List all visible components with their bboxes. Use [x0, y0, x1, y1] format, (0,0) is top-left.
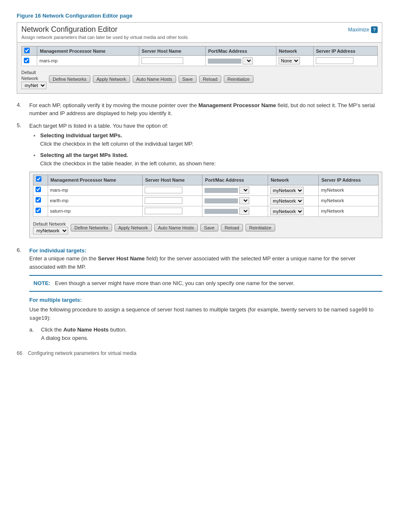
row2-server-host-3 — [142, 206, 202, 216]
step-5-body: Each target MP is listed in a table. You… — [29, 122, 382, 242]
code-sage00: sage00 — [349, 307, 367, 313]
step-6-num: 6. — [17, 247, 29, 342]
col-header-mp-name: Management Processor Name — [37, 46, 139, 56]
page-number: 66 — [17, 350, 22, 356]
network-select-2[interactable]: myNetwork — [270, 197, 304, 205]
port-mac-bar-3 — [205, 209, 238, 214]
server-host-input-3[interactable] — [145, 208, 182, 214]
row2-checkbox-cell-2 — [33, 195, 48, 206]
row2-port-mac-2 — [202, 195, 268, 206]
row2-network-3: myNetwork — [268, 206, 319, 216]
server-host-input-2[interactable] — [145, 197, 182, 204]
bullet-dot-1: • — [33, 132, 40, 140]
define-networks-button-2[interactable]: Define Networks — [71, 224, 112, 231]
step-5: 5. Each target MP is listed in a table. … — [17, 122, 382, 242]
substep-a-label: a. — [29, 326, 41, 342]
nce-body-1: Management Processor Name Server Host Na… — [17, 43, 382, 93]
save-button-2[interactable]: Save — [200, 224, 218, 231]
step-4: 4. For each MP, optionally verify it by … — [17, 101, 382, 118]
save-button[interactable]: Save — [179, 75, 197, 83]
col-header-port-mac: Port/Mac Address — [205, 46, 276, 56]
server-ip-input[interactable] — [316, 57, 353, 64]
server-host-input[interactable] — [141, 57, 183, 64]
substep-a-body: Click the Auto Name Hosts button. A dial… — [41, 326, 382, 342]
auto-name-hosts-button-2[interactable]: Auto Name Hosts — [154, 224, 198, 231]
page-footer-text: Configuring network parameters for virtu… — [28, 350, 136, 356]
table-row-earth: earth-mp myNetwork myNetwork — [33, 195, 379, 206]
network-select-1[interactable]: myNetwork — [270, 187, 304, 194]
row2-server-ip-3: myNetwork — [319, 206, 379, 216]
server-host-input-1[interactable] — [145, 187, 182, 193]
nce-table-1: Management Processor Name Server Host Na… — [21, 46, 378, 66]
default-network-label: DefaultNetwork myNet — [21, 69, 46, 89]
row2-port-mac-1 — [202, 185, 268, 195]
bullet-2-content: Selecting all the target MPs listed. Cli… — [40, 151, 216, 167]
code-sage19: sage19 — [29, 316, 47, 321]
port-mac-select[interactable] — [243, 57, 253, 64]
maximize-button[interactable]: Maximize — [348, 27, 369, 33]
header-checkbox[interactable] — [24, 48, 30, 53]
bullet-1: • Selecting individual target MPs. Click… — [33, 131, 382, 148]
col2-header-network: Network — [268, 175, 319, 185]
col2-header-server-host: Server Host Name — [142, 175, 202, 185]
row-checkbox-cell — [22, 56, 37, 66]
port-mac-select-3[interactable] — [239, 208, 249, 215]
step-4-num: 4. — [17, 101, 29, 118]
row-server-ip — [313, 56, 377, 66]
reload-button[interactable]: Reload — [199, 75, 221, 83]
nce-table-2: Management Processor Name Server Host Na… — [33, 175, 379, 217]
nce-title-1: Network Configuration Editor — [21, 25, 118, 34]
note-label: NOTE: — [33, 280, 50, 286]
figure-title: Figure 16 Network Configuration Editor p… — [17, 13, 382, 19]
step-5-bullets: • Selecting individual target MPs. Click… — [33, 131, 382, 167]
page-footer: 66 Configuring network parameters for vi… — [17, 350, 382, 356]
row-server-host — [139, 56, 205, 66]
define-networks-button[interactable]: Define Networks — [49, 75, 90, 83]
row2-mp-name-2: earth-mp — [48, 195, 142, 206]
step-6-body: For individual targets: Enter a unique n… — [29, 247, 382, 342]
port-mac-bar-2 — [205, 198, 238, 203]
row2-checkbox-2[interactable] — [36, 197, 41, 203]
col-header-checkbox — [22, 46, 37, 56]
row2-checkbox-3[interactable] — [36, 208, 41, 213]
for-multiple-text: Use the following procedure to assign a … — [29, 306, 382, 322]
reinitialize-button-2[interactable]: Reinitialize — [246, 224, 275, 231]
table-row: mars-mp None — [22, 56, 378, 66]
auto-name-hosts-button[interactable]: Auto Name Hosts — [133, 75, 176, 83]
col2-header-checkbox — [33, 175, 48, 185]
step-5-num: 5. — [17, 122, 29, 242]
row2-checkbox-cell-3 — [33, 206, 48, 216]
table-row-saturn: saturn-mp myNetwork myNetwork — [33, 206, 379, 216]
nce-subtitle-1: Assign network parameters that can later… — [17, 35, 382, 43]
default-network-select-2[interactable]: myNetwork — [33, 227, 68, 234]
nce-footer-1: DefaultNetwork myNet Define Networks App… — [21, 68, 378, 90]
default-network-label-2: Default Network myNetwork — [33, 221, 68, 234]
row-checkbox[interactable] — [24, 58, 29, 63]
bullet-2: • Selecting all the target MPs listed. C… — [33, 151, 382, 167]
apply-network-button-2[interactable]: Apply Network — [115, 224, 152, 231]
nce-footer-2: Default Network myNetwork Define Network… — [33, 219, 379, 235]
step-4-body: For each MP, optionally verify it by mov… — [29, 101, 382, 118]
reload-button-2[interactable]: Reload — [221, 224, 243, 231]
network-select[interactable]: None — [279, 57, 300, 64]
row-mp-name: mars-mp — [37, 56, 139, 66]
row2-checkbox-1[interactable] — [36, 187, 41, 192]
step-6-heading: For individual targets: — [29, 247, 87, 254]
port-mac-select-1[interactable] — [239, 187, 249, 194]
header-checkbox-2[interactable] — [36, 176, 41, 182]
note-box: NOTE: Even though a server might have mo… — [29, 275, 382, 292]
step-6: 6. For individual targets: Enter a uniqu… — [17, 247, 382, 342]
apply-network-button[interactable]: Apply Network — [93, 75, 130, 83]
col2-header-port-mac: Port/Mac Address — [202, 175, 268, 185]
col-header-server-host: Server Host Name — [139, 46, 205, 56]
network-select-3[interactable]: myNetwork — [270, 208, 304, 215]
default-network-select[interactable]: myNet — [21, 82, 46, 89]
bullet-dot-2: • — [33, 152, 40, 160]
help-button[interactable]: ? — [371, 26, 378, 33]
port-mac-bar-1 — [205, 188, 238, 193]
port-mac-select-2[interactable] — [239, 197, 249, 204]
reinitialize-button[interactable]: Reinitialize — [224, 75, 253, 83]
row2-network-1: myNetwork — [268, 185, 319, 195]
row2-server-ip-1: myNetwork — [319, 185, 379, 195]
row2-server-host-1 — [142, 185, 202, 195]
